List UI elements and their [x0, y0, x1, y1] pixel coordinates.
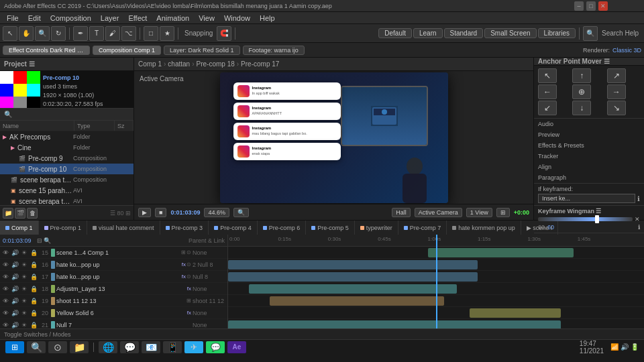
layer-solo-20[interactable]: ☀: [20, 310, 28, 316]
layer-lock-16[interactable]: 🔒: [30, 261, 38, 268]
tool-clone[interactable]: ⌥: [121, 26, 136, 41]
tool-pen[interactable]: ✒: [73, 26, 88, 41]
breadcrumb-precomp18[interactable]: Pre-comp 18: [197, 60, 235, 68]
table-row[interactable]: 👁 🔊 ☀ 🔒 21 Null 7 None: [0, 319, 227, 328]
tab-precomp4[interactable]: Pre-comp 4: [209, 221, 258, 235]
timeline-bar-area[interactable]: 0:00 0:15s 0:30s 0:45s 1:00s 1:15s 1:30s…: [228, 235, 644, 328]
layer-audio-18[interactable]: 🔊: [11, 286, 19, 292]
table-row[interactable]: 👁 🔊 ☀ 🔒 18 Adjustm_Layer 13 fx None: [0, 283, 227, 295]
layer-audio-20[interactable]: 🔊: [11, 310, 19, 316]
volume-icon[interactable]: 🔊: [621, 343, 629, 351]
layer-vis-19[interactable]: 👁: [1, 298, 9, 304]
anchor-bottom-right[interactable]: ↘: [607, 101, 626, 115]
tab-comp1[interactable]: Comp 1: [0, 221, 39, 235]
footage-tab[interactable]: Footage: warna ijo: [243, 46, 305, 55]
effect-controls-tab[interactable]: Effect Controls Dark Red Solid 1: [3, 46, 90, 55]
tab-precomp7[interactable]: Pre-comp 7: [398, 221, 447, 235]
list-item[interactable]: 🎬 Pre-comp 9 Composition: [0, 153, 133, 164]
layer-vis-16[interactable]: 👁: [1, 261, 9, 268]
tab-visual-hate[interactable]: visual hate comment: [87, 221, 160, 235]
layer-tab[interactable]: Layer: Dark Red Solid 1: [164, 46, 240, 55]
tool-shape[interactable]: □: [144, 26, 158, 41]
layer-sw-20[interactable]: fx: [187, 310, 191, 316]
layer-solo-16[interactable]: ☀: [20, 261, 28, 268]
layer-sw2-17[interactable]: ⊙: [186, 274, 191, 280]
paragraph-item[interactable]: Paragraph: [534, 172, 644, 183]
menu-file[interactable]: File: [3, 12, 23, 24]
layer-vis-20[interactable]: 👁: [1, 310, 9, 316]
ae-btn[interactable]: Ae: [227, 341, 246, 353]
workspace-learn[interactable]: Learn: [413, 28, 443, 38]
layer-sw-15[interactable]: ⊞: [181, 249, 186, 255]
tab-scene1[interactable]: ▶ scene I: [521, 221, 559, 235]
battery-icon[interactable]: 🔋: [631, 343, 639, 351]
layer-sw2-15[interactable]: ⊙: [186, 249, 191, 255]
layer-lock-21[interactable]: 🔒: [30, 322, 38, 328]
align-item[interactable]: Align: [534, 162, 644, 172]
tl-expand-all[interactable]: ⊟: [37, 237, 42, 244]
tab-typewriter[interactable]: typewriter: [355, 221, 398, 235]
table-row[interactable]: 👁 🔊 ☀ 🔒 19 shoot 11 12 13 ⊞ shoot 11 12: [0, 295, 227, 307]
maximize-button[interactable]: □: [586, 1, 596, 11]
layer-sw-19[interactable]: ⊞: [186, 298, 191, 304]
layer-audio-21[interactable]: 🔊: [11, 322, 19, 328]
new-folder-btn[interactable]: 📁: [3, 208, 13, 219]
new-comp-btn[interactable]: 🎬: [15, 208, 25, 219]
menu-composition[interactable]: Composition: [46, 12, 95, 24]
breadcrumb-precomp17[interactable]: Pre-comp 17: [241, 60, 279, 68]
breadcrumb-comp1[interactable]: Comp 1: [138, 60, 162, 68]
list-item[interactable]: ▣ scene 15 parah.mp4 AVI: [0, 185, 133, 196]
play-btn[interactable]: ▶: [138, 208, 151, 217]
task-view-btn[interactable]: ⊙: [48, 341, 67, 353]
layer-audio-17[interactable]: 🔊: [11, 274, 19, 280]
anchor-top-left[interactable]: ↖: [538, 68, 557, 83]
minimize-button[interactable]: –: [574, 1, 584, 11]
zoom-control[interactable]: 44.6%: [204, 208, 229, 217]
list-item[interactable]: ▶ AK Precomps Folder: [0, 131, 133, 142]
layer-solo-19[interactable]: ☀: [20, 298, 28, 304]
menu-window[interactable]: Window: [220, 12, 254, 24]
anchor-top-right[interactable]: ↗: [607, 68, 626, 83]
layer-vis-17[interactable]: 👁: [1, 274, 9, 280]
anchor-bottom-left[interactable]: ↙: [538, 101, 557, 115]
tracker-item[interactable]: Tracker: [534, 151, 644, 162]
telegram-btn[interactable]: ✈: [184, 341, 203, 353]
tab-precomp1[interactable]: Pre-comp 1: [39, 221, 88, 235]
tab-precomp5[interactable]: Pre-comp 5: [306, 221, 355, 235]
tool-text[interactable]: T: [89, 26, 104, 41]
tool-rotate[interactable]: ↻: [51, 26, 66, 41]
composition-tab[interactable]: Composition Comp 1: [93, 46, 161, 55]
menu-layer[interactable]: Layer: [97, 12, 123, 24]
tool-select[interactable]: ↖: [3, 26, 17, 41]
delete-btn[interactable]: 🗑: [27, 208, 38, 219]
layer-solo-17[interactable]: ☀: [20, 274, 28, 280]
effects-presets-item[interactable]: Effects & Presets: [534, 140, 644, 151]
layer-sw-16[interactable]: fx: [182, 261, 186, 267]
layer-lock-19[interactable]: 🔒: [30, 298, 38, 304]
chat-btn[interactable]: 💬: [120, 341, 139, 353]
layer-vis-21[interactable]: 👁: [1, 322, 9, 328]
layer-sw-17[interactable]: fx: [182, 274, 186, 280]
toggle-switches-label[interactable]: Toggle Switches / Modes: [4, 331, 71, 338]
tab-precomp3[interactable]: Pre-comp 3: [160, 221, 209, 235]
camera-selector[interactable]: Active Camera: [415, 208, 462, 217]
workspace-standard[interactable]: Standard: [444, 28, 484, 38]
menu-animation[interactable]: Animation: [152, 12, 193, 24]
stop-btn[interactable]: ■: [155, 208, 166, 217]
search-btn[interactable]: 🔍: [583, 26, 598, 41]
table-row[interactable]: 👁 🔊 ☀ 🔒 16 hate ko...pop up fx ⊙ 2 Null …: [0, 259, 227, 271]
layer-vis-18[interactable]: 👁: [1, 286, 9, 292]
start-btn[interactable]: ⊞: [5, 341, 24, 353]
anchor-center[interactable]: ⊕: [572, 84, 591, 99]
search-taskbar-btn[interactable]: 🔍: [27, 341, 46, 353]
phone-btn[interactable]: 📱: [163, 341, 182, 353]
preview-item[interactable]: Preview: [534, 129, 644, 140]
workspace-libraries[interactable]: Libraries: [538, 28, 576, 38]
anchor-middle-left[interactable]: ←: [538, 84, 557, 99]
layer-lock-18[interactable]: 🔒: [30, 286, 38, 292]
layer-solo-18[interactable]: ☀: [20, 286, 28, 292]
menu-help[interactable]: Help: [256, 12, 279, 24]
table-row[interactable]: 👁 🔊 ☀ 🔒 17 hate ko...pop up fx ⊙ Null 8: [0, 271, 227, 283]
workspace-small-screen[interactable]: Small Screen: [484, 28, 536, 38]
breadcrumb-chattan[interactable]: chattan: [168, 60, 190, 68]
